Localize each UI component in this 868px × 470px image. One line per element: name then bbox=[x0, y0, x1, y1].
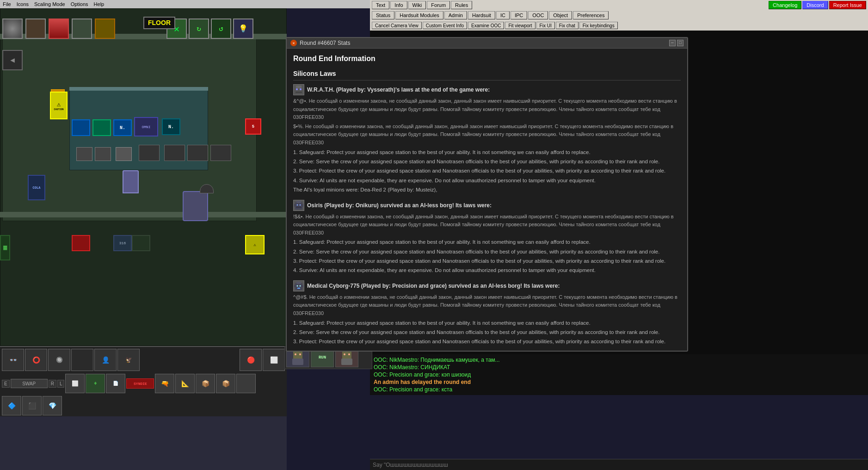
equip-slot-2[interactable]: ♦ bbox=[86, 374, 105, 393]
extra-slot-3[interactable]: 💎 bbox=[43, 396, 62, 415]
maximize-btn[interactable]: □ bbox=[677, 40, 683, 46]
equip-slot-8[interactable] bbox=[236, 374, 256, 393]
round-end-heading: Round End Information bbox=[293, 53, 681, 64]
svg-rect-28 bbox=[342, 350, 351, 359]
svg-rect-10 bbox=[294, 204, 295, 207]
tab-rules-btn[interactable]: Rules bbox=[451, 1, 472, 9]
byond-toolbar: Text Info Wiki Forum Rules Changelog Dis… bbox=[370, 0, 868, 10]
svg-rect-24 bbox=[293, 350, 302, 359]
key-r[interactable]: R bbox=[49, 380, 56, 388]
menu-file[interactable]: File bbox=[3, 1, 11, 7]
ooc-btn[interactable]: OOC bbox=[528, 11, 548, 19]
med-cyborg-name: Medical Cyborg-775 (Played by: Precision… bbox=[307, 282, 560, 290]
wrath-law-3: 3. Protect: Protect the crew of your ass… bbox=[293, 167, 681, 175]
wrath-name: W.R.A.T.H. (Played by: Vysserath)'s laws… bbox=[307, 86, 490, 94]
equip-slot-4[interactable]: 🔫 bbox=[155, 374, 174, 393]
status-btn[interactable]: Status bbox=[372, 11, 394, 19]
byond-toolbar3: Cancel Camera View Custom Event Info Exa… bbox=[370, 20, 868, 31]
say-input[interactable] bbox=[373, 462, 865, 468]
syndie-btn[interactable]: SYNDIE bbox=[126, 378, 154, 389]
round-stats-titlebar: ✕ Round #46607 Stats ─ □ bbox=[287, 38, 687, 49]
fix-chat-btn[interactable]: Fix chat bbox=[556, 22, 579, 29]
equip-slot-1[interactable]: ⬜ bbox=[65, 374, 85, 393]
preferences-btn[interactable]: Preferences bbox=[573, 11, 609, 19]
entity-med-cyborg: Medical Cyborg-775 (Played by: Precision… bbox=[293, 280, 681, 349]
svg-point-3 bbox=[300, 88, 302, 90]
osiris-law-1: 1. Safeguard: Protect your assigned spac… bbox=[293, 238, 681, 246]
cancel-camera-btn[interactable]: Cancel Camera View bbox=[372, 22, 422, 29]
fit-viewport-btn[interactable]: Fit viewport bbox=[505, 22, 535, 29]
equip-slot-5[interactable]: 📐 bbox=[175, 374, 195, 393]
round-stats-title: Round #46607 Stats bbox=[300, 40, 350, 46]
say-input-area[interactable] bbox=[370, 459, 868, 470]
chat-msg-1: OOC: NikMaestro: Поднимаешь камушек, а т… bbox=[374, 356, 864, 364]
equip-slot-7[interactable]: 📦 bbox=[216, 374, 235, 393]
tab-wiki-btn[interactable]: Wiki bbox=[408, 1, 426, 9]
back-btn[interactable]: ◀ bbox=[2, 50, 23, 70]
hotbar-slot-8[interactable]: ⬜ bbox=[263, 349, 285, 371]
hotbar-slot-7[interactable]: 🔴 bbox=[240, 349, 262, 371]
changelog-btn[interactable]: Changelog bbox=[769, 1, 801, 9]
osiris-law-4: 4. Survive: AI units are not expendable,… bbox=[293, 266, 681, 274]
extra-slot-1[interactable]: 🔷 bbox=[2, 396, 21, 415]
osiris-name: Osiris (Played by: Onikuru) survived as … bbox=[307, 201, 492, 210]
round-stats-panel: ✕ Round #46607 Stats ─ □ Round End Infor… bbox=[286, 37, 688, 352]
hotbar-slot-4[interactable] bbox=[71, 349, 93, 371]
tab-text-btn[interactable]: Text bbox=[372, 1, 389, 9]
round-stats-content[interactable]: Round End Information Silicons Laws W.R.… bbox=[287, 49, 687, 349]
admin-btn[interactable]: Admin bbox=[444, 11, 467, 19]
menu-icons[interactable]: Icons bbox=[17, 1, 29, 7]
hotbar-slot-2[interactable]: ⭕ bbox=[25, 349, 47, 371]
svg-point-25 bbox=[295, 353, 296, 355]
close-stats-btn[interactable]: ✕ bbox=[290, 40, 297, 46]
hardsuit-btn[interactable]: Hardsuit bbox=[468, 11, 495, 19]
chat-msg-5: OOC: Precision and grace: кста bbox=[374, 386, 864, 393]
fix-ui-btn[interactable]: Fix UI bbox=[536, 22, 555, 29]
tab-info-btn[interactable]: Info bbox=[390, 1, 407, 9]
discord-btn[interactable]: Discord bbox=[802, 1, 828, 9]
object-btn[interactable]: Object bbox=[549, 11, 572, 19]
svg-rect-6 bbox=[296, 201, 301, 203]
examine-ooc-btn[interactable]: Examine OOC bbox=[468, 22, 504, 29]
osiris-law-3: 3. Protect: Protect the crew of your ass… bbox=[293, 257, 681, 265]
byond-toolbar2: Status Hardsuit Modules Admin Hardsuit I… bbox=[370, 10, 868, 20]
hotbar-slot-1[interactable]: 👓 bbox=[2, 349, 24, 371]
game-grid[interactable]: FLOOR ✕ ↻ ↺ 💡 VIEW STATS ↔ bbox=[0, 8, 287, 346]
menu-options[interactable]: Options bbox=[71, 1, 88, 7]
equip-slot-3[interactable]: 📄 bbox=[106, 374, 125, 393]
hotbar-slot-3[interactable]: 🔘 bbox=[48, 349, 70, 371]
ipc-btn[interactable]: IPC bbox=[511, 11, 527, 19]
entity-osiris: Osiris (Played by: Onikuru) survived as … bbox=[293, 200, 681, 275]
osiris-law-0a: !$&•. Не сообщай о изменении закона, не … bbox=[293, 213, 681, 237]
menu-help[interactable]: Help bbox=[94, 1, 105, 7]
minimize-btn[interactable]: ─ bbox=[669, 40, 676, 46]
wrath-law-2: 2. Serve: Serve the crew of your assigne… bbox=[293, 157, 681, 166]
entity-wrath: W.R.A.T.H. (Played by: Vysserath)'s laws… bbox=[293, 84, 681, 194]
equip-slot-6[interactable]: 📦 bbox=[196, 374, 215, 393]
menu-bar: File Icons Scaling Mode Options Help bbox=[0, 0, 370, 8]
svg-rect-11 bbox=[302, 204, 303, 207]
key-l[interactable]: L bbox=[57, 380, 65, 388]
report-issue-btn[interactable]: Report Issue bbox=[829, 1, 866, 9]
hotbar-slot-5[interactable]: 👤 bbox=[94, 349, 117, 371]
svg-rect-18 bbox=[302, 285, 303, 287]
menu-scaling[interactable]: Scaling Mode bbox=[34, 1, 65, 7]
custom-event-btn[interactable]: Custom Event Info bbox=[423, 22, 467, 29]
fix-keybindings-btn[interactable]: Fix keybindings bbox=[579, 22, 618, 29]
hardsuit-modules-btn[interactable]: Hardsuit Modules bbox=[395, 11, 443, 19]
hotbar-slot-6[interactable]: 🦅 bbox=[117, 349, 140, 371]
svg-point-7 bbox=[297, 204, 298, 205]
ic-btn[interactable]: IC bbox=[496, 11, 510, 19]
chat-msg-2: OOC: NikMaestro: СИНДИКАТ bbox=[374, 364, 864, 371]
game-viewport[interactable]: FLOOR ✕ ↻ ↺ 💡 VIEW STATS ↔ bbox=[0, 8, 287, 346]
wrath-minions: The AI's loyal minions were: Dea-Red 2 (… bbox=[293, 186, 681, 194]
game-area: FLOOR ✕ ↻ ↺ 💡 VIEW STATS ↔ bbox=[0, 0, 287, 470]
swap-btn[interactable]: SWAP bbox=[11, 379, 48, 388]
tab-forum-btn[interactable]: Forum bbox=[427, 1, 450, 9]
chat-messages-area: OOC: NikMaestro: Поднимаешь камушек, а т… bbox=[370, 354, 868, 395]
extra-slot-2[interactable]: ⬛ bbox=[22, 396, 42, 415]
key-e[interactable]: E bbox=[2, 380, 10, 388]
med-cyborg-icon bbox=[293, 280, 304, 291]
svg-rect-5 bbox=[295, 202, 302, 210]
svg-rect-13 bbox=[296, 282, 301, 284]
